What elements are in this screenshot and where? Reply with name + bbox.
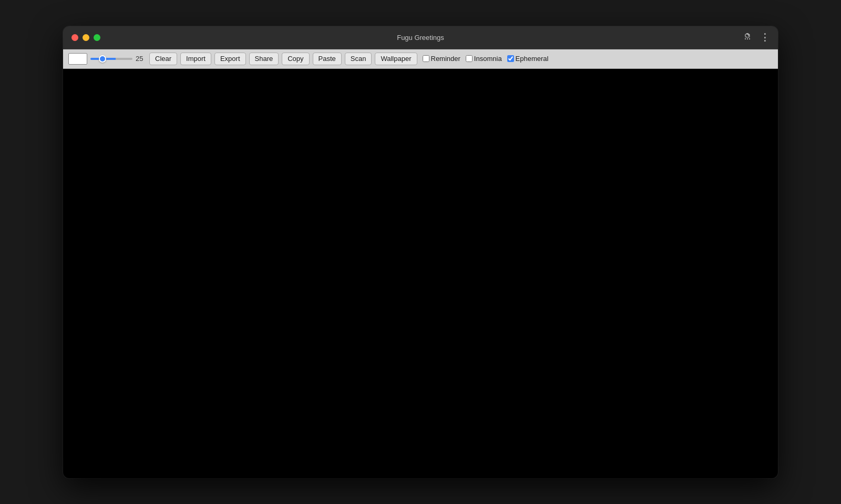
checkbox-group: Reminder Insomnia Ephemeral — [423, 55, 549, 63]
scan-button[interactable]: Scan — [345, 53, 372, 65]
reminder-checkbox-item[interactable]: Reminder — [423, 55, 460, 63]
pen-preview — [68, 53, 87, 65]
copy-button[interactable]: Copy — [282, 53, 309, 65]
app-window: Fugu Greetings ⋮ 25 Clear Import Export … — [63, 26, 778, 478]
canvas-area[interactable] — [63, 69, 778, 478]
slider-container: 25 — [90, 55, 146, 63]
minimize-button[interactable] — [83, 34, 89, 41]
insomnia-checkbox-item[interactable]: Insomnia — [466, 55, 502, 63]
extensions-icon[interactable] — [741, 30, 754, 45]
close-button[interactable] — [71, 34, 78, 41]
import-button[interactable]: Import — [180, 53, 211, 65]
share-button[interactable]: Share — [249, 53, 279, 65]
more-menu-icon[interactable]: ⋮ — [758, 29, 772, 45]
paste-button[interactable]: Paste — [313, 53, 342, 65]
insomnia-label: Insomnia — [474, 55, 502, 63]
ephemeral-checkbox-item[interactable]: Ephemeral — [507, 55, 549, 63]
traffic-lights — [71, 34, 100, 41]
window-title: Fugu Greetings — [397, 34, 444, 42]
reminder-checkbox[interactable] — [423, 55, 429, 62]
maximize-button[interactable] — [94, 34, 100, 41]
titlebar-actions: ⋮ — [741, 29, 772, 45]
clear-button[interactable]: Clear — [149, 53, 177, 65]
reminder-label: Reminder — [431, 55, 460, 63]
slider-value: 25 — [136, 55, 146, 63]
titlebar: Fugu Greetings ⋮ — [63, 26, 778, 49]
ephemeral-label: Ephemeral — [516, 55, 549, 63]
wallpaper-button[interactable]: Wallpaper — [375, 53, 417, 65]
export-button[interactable]: Export — [214, 53, 246, 65]
toolbar: 25 Clear Import Export Share Copy Paste … — [63, 49, 778, 69]
insomnia-checkbox[interactable] — [466, 55, 473, 62]
ephemeral-checkbox[interactable] — [507, 55, 514, 62]
size-slider[interactable] — [90, 58, 132, 60]
